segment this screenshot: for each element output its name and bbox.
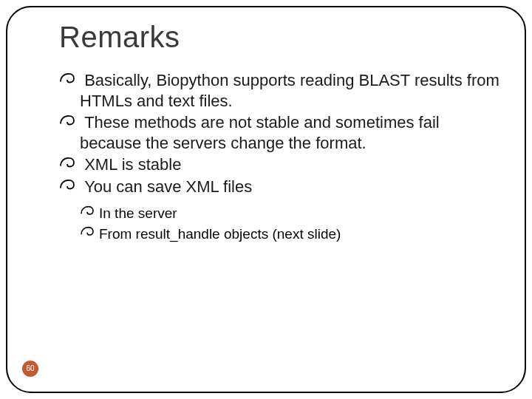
- page-number-badge: 60: [22, 361, 38, 377]
- bullet-text: You can save XML files: [84, 177, 252, 196]
- swirl-bullet-icon: [80, 226, 95, 238]
- bullet-text: XML is stable: [84, 155, 181, 174]
- sub-bullet-item: From result_handle objects (next slide): [80, 225, 502, 244]
- bullet-item: You can save XML files: [59, 177, 502, 197]
- bullet-item: These methods are not stable and sometim…: [59, 112, 502, 153]
- swirl-bullet-icon: [80, 205, 95, 217]
- sub-bullet-text: From result_handle objects (next slide): [99, 226, 341, 242]
- bullet-text: These methods are not stable and sometim…: [80, 113, 440, 152]
- bullet-item: Basically, Biopython supports reading BL…: [59, 70, 502, 111]
- slide-content: Remarks Basically, Biopython supports re…: [59, 21, 502, 245]
- slide: Remarks Basically, Biopython supports re…: [0, 0, 532, 399]
- sub-bullet-text: In the server: [99, 205, 177, 221]
- page-number: 60: [26, 364, 34, 372]
- sub-bullet-list: In the server From result_handle objects…: [80, 204, 502, 243]
- swirl-bullet-icon: [59, 72, 75, 86]
- swirl-bullet-icon: [59, 115, 75, 128]
- bullet-text: Basically, Biopython supports reading BL…: [80, 71, 499, 110]
- swirl-bullet-icon: [59, 157, 75, 170]
- slide-title: Remarks: [59, 21, 502, 54]
- bullet-item: XML is stable: [59, 154, 502, 175]
- sub-bullet-item: In the server: [80, 204, 502, 223]
- bullet-list: Basically, Biopython supports reading BL…: [59, 70, 502, 197]
- swirl-bullet-icon: [59, 179, 75, 192]
